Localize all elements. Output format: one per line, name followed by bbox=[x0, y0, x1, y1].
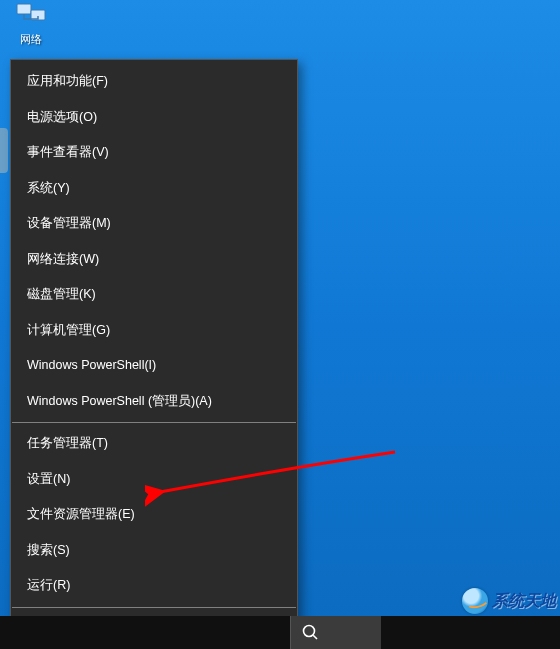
svg-line-3 bbox=[313, 635, 317, 639]
winx-context-menu: 应用和功能(F) 电源选项(O) 事件查看器(V) 系统(Y) 设备管理器(M)… bbox=[10, 59, 298, 649]
menu-separator bbox=[12, 422, 296, 423]
desktop-icon-label: 网络 bbox=[6, 32, 56, 47]
menu-settings[interactable]: 设置(N) bbox=[11, 462, 297, 498]
taskbar-search[interactable] bbox=[290, 616, 381, 649]
watermark: 系统天地 bbox=[462, 588, 556, 614]
menu-power-options[interactable]: 电源选项(O) bbox=[11, 100, 297, 136]
menu-event-viewer[interactable]: 事件查看器(V) bbox=[11, 135, 297, 171]
menu-disk-management[interactable]: 磁盘管理(K) bbox=[11, 277, 297, 313]
menu-system[interactable]: 系统(Y) bbox=[11, 171, 297, 207]
network-icon bbox=[14, 0, 48, 30]
menu-separator bbox=[12, 607, 296, 608]
menu-computer-management[interactable]: 计算机管理(G) bbox=[11, 313, 297, 349]
desktop: 网络 应用和功能(F) 电源选项(O) 事件查看器(V) 系统(Y) 设备管理器… bbox=[0, 0, 560, 649]
menu-network-connections[interactable]: 网络连接(W) bbox=[11, 242, 297, 278]
desktop-icon-partial bbox=[0, 128, 8, 173]
menu-search[interactable]: 搜索(S) bbox=[11, 533, 297, 569]
search-icon bbox=[301, 623, 319, 641]
svg-point-2 bbox=[304, 626, 315, 637]
menu-powershell[interactable]: Windows PowerShell(I) bbox=[11, 348, 297, 384]
menu-apps-features[interactable]: 应用和功能(F) bbox=[11, 64, 297, 100]
globe-icon bbox=[462, 588, 488, 614]
menu-device-manager[interactable]: 设备管理器(M) bbox=[11, 206, 297, 242]
svg-rect-0 bbox=[17, 4, 31, 14]
menu-powershell-admin[interactable]: Windows PowerShell (管理员)(A) bbox=[11, 384, 297, 420]
menu-file-explorer[interactable]: 文件资源管理器(E) bbox=[11, 497, 297, 533]
menu-task-manager[interactable]: 任务管理器(T) bbox=[11, 426, 297, 462]
desktop-icon-network[interactable]: 网络 bbox=[6, 0, 56, 47]
taskbar bbox=[0, 616, 560, 649]
watermark-text: 系统天地 bbox=[492, 591, 556, 612]
menu-run[interactable]: 运行(R) bbox=[11, 568, 297, 604]
